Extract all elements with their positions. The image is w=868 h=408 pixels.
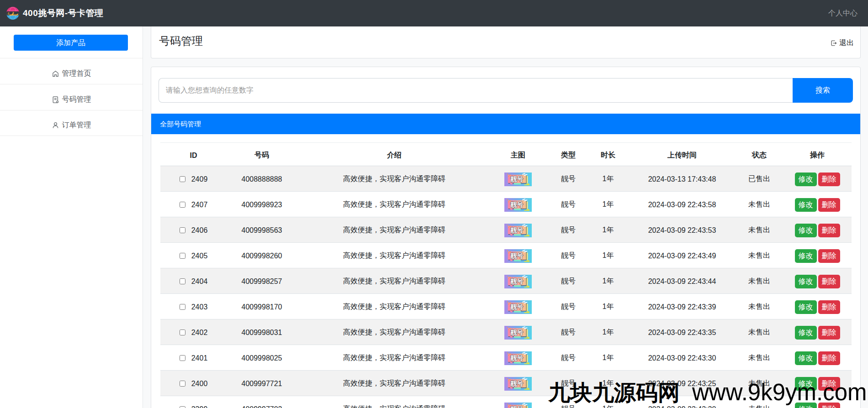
svg-text:靓号: 靓号	[510, 303, 524, 310]
svg-text:靓号: 靓号	[510, 277, 524, 285]
svg-text:靓号: 靓号	[510, 175, 524, 183]
svg-text:靓号: 靓号	[510, 329, 524, 336]
svg-text:靓号: 靓号	[510, 226, 524, 234]
svg-text:靓号: 靓号	[510, 252, 524, 259]
svg-text:靓号: 靓号	[510, 405, 524, 408]
svg-text:靓号: 靓号	[510, 201, 524, 208]
svg-text:靓号: 靓号	[510, 354, 524, 361]
svg-text:靓号: 靓号	[510, 380, 524, 387]
